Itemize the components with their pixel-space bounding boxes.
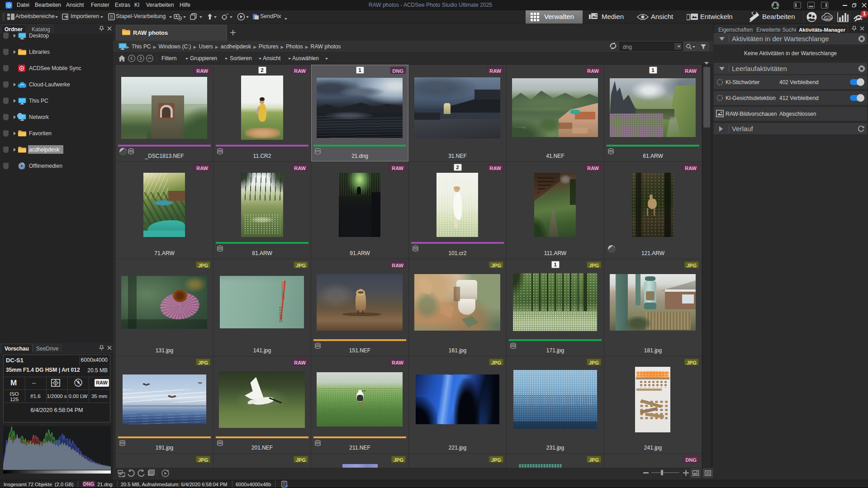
svg-text:365: 365 bbox=[825, 17, 831, 21]
